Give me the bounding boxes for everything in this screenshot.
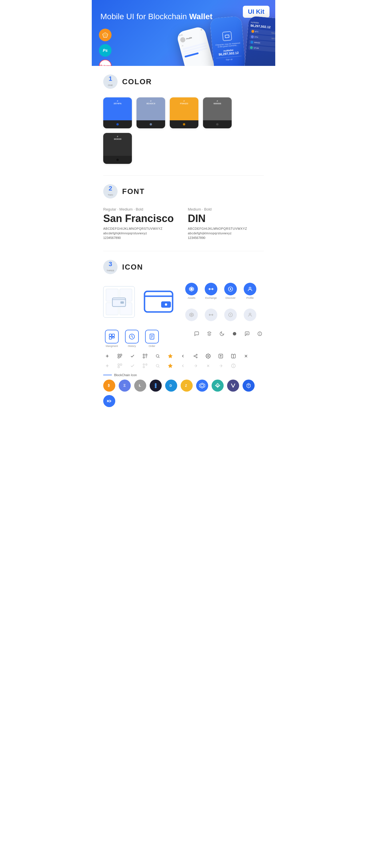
misc-row-colored — [103, 352, 264, 360]
svg-rect-34 — [118, 356, 119, 358]
chart-icon — [116, 352, 124, 360]
font-title: FONT — [122, 187, 145, 196]
svg-point-43 — [194, 355, 195, 356]
font-din: Medium · Bold DIN ABCDEFGHIJKLMNOPQRSTUV… — [188, 207, 264, 240]
svg-marker-76 — [215, 383, 220, 386]
exchange-icon-grey — [205, 309, 217, 321]
circle-icon — [230, 330, 238, 338]
svg-point-7 — [165, 303, 167, 306]
syscoin-icon — [103, 395, 115, 407]
arrow-icon-grey — [192, 362, 200, 370]
color-section-number: 1 ONE — [103, 74, 117, 89]
share-icon — [192, 352, 200, 360]
color-title: COLOR — [122, 78, 152, 86]
phone-mockups: 9:41⚙ Profile AI — [181, 14, 275, 66]
icon-title: ICON — [122, 263, 143, 272]
screens-badge: 60+ Screens — [99, 60, 112, 66]
hero-badges: Ps 60+ Screens — [99, 29, 112, 66]
qr-icon — [141, 352, 149, 360]
phone-mockup-3: + myWallet $6,297,502.12 BTC 738-2003 — [244, 16, 275, 66]
x-icon-grey — [204, 362, 212, 370]
font-section-number: 2 TWO — [103, 184, 117, 198]
font-sf-nums: 1234567890 — [103, 236, 179, 240]
svg-point-16 — [230, 314, 231, 316]
verge-icon — [227, 379, 239, 392]
svg-rect-32 — [118, 354, 119, 355]
color-swatch-mid-grey: # 666666 — [203, 97, 232, 128]
svg-rect-56 — [120, 364, 122, 365]
svg-rect-38 — [143, 356, 144, 358]
management-icon-item: Mangment — [103, 330, 120, 347]
svg-point-11 — [230, 288, 231, 290]
check-icon — [129, 352, 137, 360]
order-icon — [145, 330, 159, 343]
info-icon-grey — [229, 362, 237, 370]
qr-icon-grey — [141, 362, 149, 370]
svg-rect-35 — [120, 356, 121, 357]
svg-rect-37 — [146, 354, 147, 355]
color-swatch-blue: # 3574FA — [103, 97, 132, 128]
history-icon — [125, 330, 139, 343]
svg-text:Ξ: Ξ — [123, 383, 125, 388]
font-din-lower: abcdefghijklmnopqrstuvwxyz — [188, 231, 264, 235]
dash-icon: D — [165, 379, 177, 392]
info-icon — [256, 330, 264, 338]
svg-point-24 — [233, 332, 236, 336]
assets-icon — [185, 283, 198, 296]
svg-line-40 — [159, 357, 160, 358]
svg-rect-59 — [146, 364, 147, 365]
icon-section-header: 3 THREE ICON — [103, 260, 264, 274]
svg-text:D: D — [170, 384, 172, 387]
hero-section: Mobile UI for Blockchain Wallet UI Kit P… — [92, 0, 275, 66]
svg-marker-75 — [201, 384, 204, 387]
font-sf-name: San Francisco — [103, 213, 179, 225]
exchange-icon — [205, 283, 217, 296]
nav-icon-exchange: Exchange — [203, 283, 219, 299]
font-din-nums: 1234567890 — [188, 236, 264, 240]
litecoin-icon: Ł — [134, 379, 146, 392]
svg-point-12 — [249, 287, 251, 289]
chart-icon-grey — [116, 362, 124, 370]
svg-marker-63 — [168, 364, 173, 368]
font-sf-upper: ABCDEFGHIJKLMNOPQRSTUVWXYZ — [103, 227, 179, 230]
profile-icon — [244, 283, 256, 296]
svg-text:Z: Z — [185, 384, 187, 387]
assets-icon-grey — [185, 309, 198, 321]
app-icons-row: Mangment History — [103, 330, 264, 347]
svg-rect-60 — [143, 366, 144, 368]
moon-icon — [218, 330, 226, 338]
svg-rect-18 — [109, 334, 112, 336]
chat-icon — [243, 330, 251, 338]
font-grid: Regular · Medium · Bold San Francisco AB… — [103, 207, 264, 240]
nav-icon-assets-grey — [184, 309, 200, 321]
gridcoin-icon — [196, 379, 208, 392]
svg-rect-2 — [225, 35, 229, 37]
svg-point-61 — [156, 364, 159, 367]
phone-mockup-2: Character may be mastered in the great m… — [209, 16, 246, 66]
speech-icon — [193, 330, 201, 338]
color-swatch-dark: # 303030 — [103, 133, 132, 164]
svg-text:Ł: Ł — [139, 383, 141, 388]
font-sf-label: Regular · Medium · Bold — [103, 207, 179, 211]
icon-section-number: 3 THREE — [103, 260, 117, 274]
font-din-label: Medium · Bold — [188, 207, 264, 211]
ethereum-icon: Ξ — [119, 379, 131, 392]
color-swatch-orange: # F5A623 — [170, 97, 198, 128]
crypto-icons-row: ₿ Ξ Ł D Z — [103, 379, 264, 407]
discover-icon-grey — [224, 309, 237, 321]
profile-icon-grey — [244, 309, 256, 321]
layers-icon — [205, 330, 213, 338]
svg-rect-4 — [120, 301, 124, 304]
svg-point-42 — [196, 354, 197, 355]
misc-row-grey — [103, 362, 264, 370]
history-label: History — [128, 345, 136, 347]
misc-icons-row1 — [193, 330, 264, 338]
svg-rect-55 — [118, 364, 119, 365]
color-section: 1 ONE COLOR # 3574FA # 8DA0C8 — [103, 74, 264, 164]
swap-icon — [229, 352, 237, 360]
color-swatches: # 3574FA # 8DA0C8 # F5A623 — [103, 97, 264, 164]
misc-icons — [193, 330, 264, 340]
blockchain-line — [103, 375, 112, 375]
nav-icon-exchange-grey — [203, 309, 219, 321]
svg-point-39 — [156, 355, 159, 357]
